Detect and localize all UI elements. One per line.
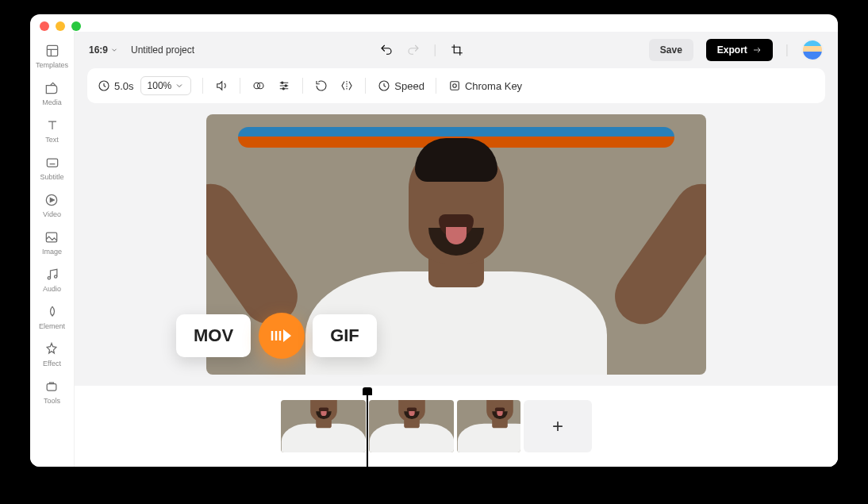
sidebar-label: Subtitle	[40, 173, 63, 181]
chroma-label: Chroma Key	[465, 80, 522, 92]
topbar: 16:9 Untitled project | Save Export |	[75, 32, 838, 68]
sidebar-label: Templates	[36, 61, 68, 69]
svg-point-27	[453, 84, 457, 88]
sidebar-label: Effect	[43, 360, 61, 367]
canvas-area: MOV GIF	[75, 103, 838, 386]
audio-icon	[44, 267, 60, 283]
title-bar	[30, 14, 838, 32]
sidebar-item-text[interactable]: Text	[44, 117, 60, 144]
sidebar-item-tools[interactable]: Tools	[44, 379, 60, 405]
close-window-button[interactable]	[40, 21, 49, 31]
text-icon	[44, 117, 60, 133]
svg-rect-0	[47, 45, 57, 56]
conversion-overlay: MOV GIF	[176, 313, 377, 359]
crop-icon[interactable]	[450, 43, 464, 57]
arrow-right-icon	[752, 45, 762, 55]
export-button[interactable]: Export	[706, 39, 773, 61]
image-icon	[44, 229, 60, 245]
volume-icon	[214, 79, 229, 93]
main-area: 16:9 Untitled project | Save Export |	[75, 32, 838, 467]
sidebar-label: Audio	[43, 285, 61, 293]
templates-icon	[44, 43, 60, 59]
project-title[interactable]: Untitled project	[131, 44, 194, 56]
sidebar-item-video[interactable]: Video	[43, 192, 61, 218]
chroma-icon	[447, 79, 462, 93]
app-body: Templates Media Text Subtitle Video Imag…	[30, 32, 838, 467]
color-button[interactable]	[252, 79, 266, 93]
svg-point-22	[285, 85, 286, 87]
duration-value: 5.0s	[114, 80, 134, 92]
svg-marker-31	[283, 329, 291, 342]
video-icon	[44, 192, 60, 208]
app-window: Templates Media Text Subtitle Video Imag…	[30, 14, 838, 467]
format-from-chip: MOV	[176, 314, 251, 357]
speed-label: Speed	[394, 80, 424, 92]
playhead[interactable]	[367, 392, 368, 467]
maximize-window-button[interactable]	[71, 21, 81, 31]
svg-marker-8	[51, 198, 55, 202]
subtitle-icon	[44, 155, 60, 171]
sidebar-item-effect[interactable]: Effect	[43, 341, 61, 367]
svg-rect-12	[48, 384, 57, 391]
timeline[interactable]: +	[75, 386, 838, 467]
history-controls: |	[379, 43, 463, 57]
svg-marker-15	[217, 82, 222, 90]
sidebar-label: Video	[43, 210, 61, 218]
sidebar-label: Text	[45, 136, 59, 144]
svg-point-23	[282, 88, 284, 90]
timeline-clip[interactable]	[369, 400, 454, 452]
timeline-clip[interactable]	[281, 400, 366, 452]
sidebar-item-media[interactable]: Media	[42, 80, 62, 106]
format-to-chip: GIF	[313, 314, 377, 357]
sidebar-label: Media	[42, 98, 62, 106]
user-avatar[interactable]	[801, 39, 824, 61]
zoom-selector[interactable]: 100%	[140, 76, 192, 95]
volume-button[interactable]	[214, 79, 229, 93]
svg-rect-5	[47, 159, 57, 167]
adjust-button[interactable]	[277, 79, 291, 93]
overlap-icon	[252, 79, 266, 93]
undo-icon[interactable]	[379, 43, 394, 57]
chroma-key-button[interactable]: Chroma Key	[447, 79, 522, 93]
aspect-ratio-selector[interactable]: 16:9	[89, 44, 118, 56]
aspect-ratio-value: 16:9	[89, 44, 108, 56]
media-icon	[44, 80, 60, 96]
plus-icon: +	[552, 415, 563, 437]
effect-icon	[44, 341, 60, 357]
sidebar-label: Element	[39, 322, 65, 330]
sidebar: Templates Media Text Subtitle Video Imag…	[30, 32, 75, 467]
add-clip-button[interactable]: +	[524, 400, 592, 452]
chevron-down-icon	[175, 81, 184, 90]
clock-icon	[97, 79, 111, 93]
export-label: Export	[717, 44, 747, 56]
svg-rect-26	[451, 82, 459, 90]
sidebar-item-element[interactable]: Element	[39, 304, 65, 330]
speed-button[interactable]: Speed	[377, 79, 424, 93]
sidebar-item-image[interactable]: Image	[42, 229, 62, 256]
edit-toolbar: 5.0s 100%	[87, 68, 825, 103]
rotate-button[interactable]	[314, 79, 328, 93]
svg-point-21	[282, 82, 283, 83]
element-icon	[44, 304, 60, 320]
flip-button[interactable]	[340, 79, 354, 93]
duration-display[interactable]: 5.0s	[97, 79, 134, 93]
svg-point-17	[258, 83, 264, 89]
flip-icon	[340, 79, 354, 93]
zoom-value: 100%	[148, 80, 172, 91]
sidebar-item-subtitle[interactable]: Subtitle	[40, 155, 63, 181]
sidebar-item-audio[interactable]: Audio	[43, 267, 61, 293]
rotate-icon	[314, 79, 328, 93]
sidebar-item-templates[interactable]: Templates	[36, 43, 68, 69]
save-button[interactable]: Save	[649, 39, 693, 61]
redo-icon[interactable]	[406, 43, 421, 57]
minimize-window-button[interactable]	[56, 21, 65, 31]
timeline-clip[interactable]	[457, 400, 520, 452]
sliders-icon	[277, 79, 291, 93]
sidebar-label: Image	[42, 248, 62, 256]
conversion-arrow-icon	[259, 313, 305, 359]
chevron-down-icon	[110, 46, 118, 54]
sidebar-label: Tools	[44, 397, 60, 405]
tools-icon	[44, 379, 60, 394]
svg-point-11	[54, 275, 56, 278]
speed-icon	[377, 79, 391, 93]
